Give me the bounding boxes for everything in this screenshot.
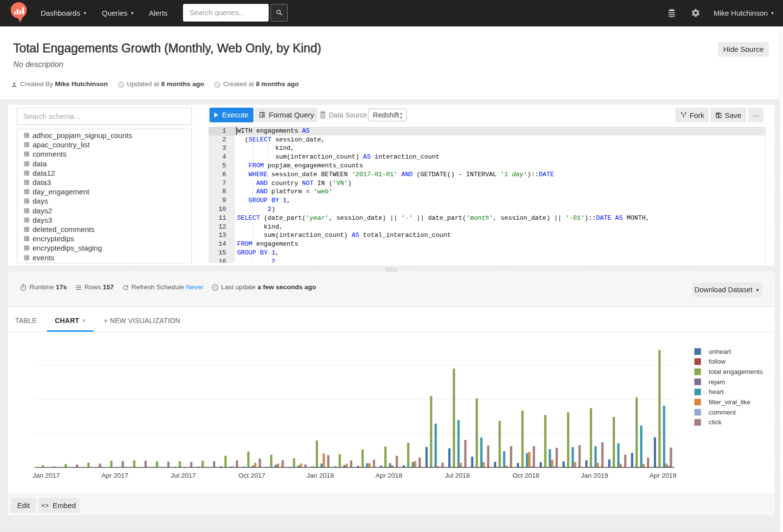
svg-text:follow: follow [709,358,726,365]
svg-text:total engagements: total engagements [709,368,763,375]
svg-text:rejam: rejam [709,378,725,386]
svg-text:Apr 2017: Apr 2017 [101,472,128,479]
svg-text:comment: comment [709,409,736,416]
svg-text:Jan 2019: Jan 2019 [581,472,608,479]
svg-text:click: click [709,418,721,426]
svg-text:Jul 2017: Jul 2017 [171,472,196,479]
svg-text:Jan 2018: Jan 2018 [307,472,334,479]
svg-text:unheart: unheart [709,348,731,355]
svg-text:heart: heart [709,388,724,395]
svg-text:filter_viral_like: filter_viral_like [709,398,751,406]
svg-text:Jan 2017: Jan 2017 [33,472,60,479]
svg-text:Oct 2017: Oct 2017 [238,472,265,479]
svg-text:Jul 2018: Jul 2018 [445,472,470,479]
svg-text:Apr 2018: Apr 2018 [375,472,402,479]
svg-text:Apr 2019: Apr 2019 [649,472,676,479]
svg-text:Oct 2018: Oct 2018 [512,472,539,479]
